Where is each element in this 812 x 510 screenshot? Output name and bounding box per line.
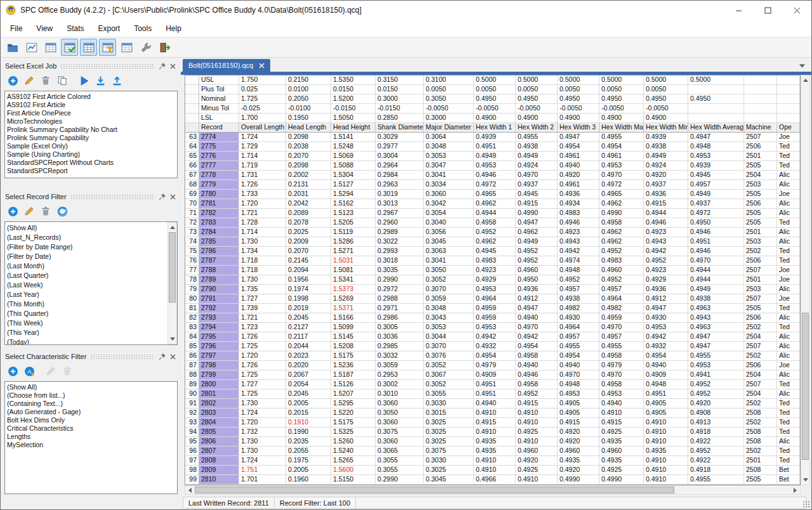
value-cell[interactable]: 0.4930 [558, 313, 599, 323]
value-cell[interactable]: 0.3041 [424, 256, 474, 266]
operator-cell[interactable]: Joe [777, 266, 800, 275]
value-cell[interactable]: 0.4970 [516, 171, 558, 180]
value-cell[interactable]: 1.5236 [331, 361, 376, 370]
value-cell[interactable]: 1.5069 [331, 152, 376, 161]
value-cell[interactable]: 0.4940 [644, 361, 688, 370]
machine-cell[interactable]: 2507 [744, 380, 777, 389]
value-cell[interactable]: 0.4952 [644, 256, 688, 266]
list-item[interactable]: Sample (Using Charting) [7, 150, 175, 159]
value-cell[interactable]: 0.4949 [688, 285, 744, 294]
value-cell[interactable]: 1.5341 [331, 275, 376, 285]
value-cell[interactable]: 0.4974 [558, 256, 599, 266]
value-cell[interactable]: 0.3025 [424, 466, 474, 475]
value-cell[interactable]: 0.4963 [688, 323, 744, 332]
value-cell[interactable]: 0.4940 [474, 399, 516, 409]
value-cell[interactable]: 0.4957 [688, 180, 744, 190]
record-cell[interactable]: 2807 [199, 447, 239, 456]
row-number[interactable]: 75 [185, 247, 199, 256]
value-cell[interactable]: 0.4923 [474, 266, 516, 275]
value-cell[interactable]: 0.3048 [424, 142, 474, 152]
value-cell[interactable]: 0.3025 [424, 418, 474, 428]
value-cell[interactable]: 0.4962 [599, 228, 644, 237]
value-cell[interactable]: 0.4950 [688, 218, 744, 228]
machine-cell[interactable]: 2504 [744, 171, 777, 180]
value-cell[interactable]: 0.2023 [286, 351, 331, 361]
value-cell[interactable]: 0.4979 [599, 361, 644, 370]
record-cell[interactable]: 2808 [199, 456, 239, 466]
row-number[interactable]: 87 [185, 361, 199, 370]
value-cell[interactable]: 1.5141 [331, 133, 376, 142]
value-cell[interactable]: 0.2070 [286, 247, 331, 256]
value-cell[interactable]: 0.2025 [286, 228, 331, 237]
value-cell[interactable]: 0.4915 [516, 199, 558, 209]
machine-cell[interactable]: 2506 [744, 361, 777, 370]
column-header[interactable]: Hex Width 1 [474, 123, 516, 133]
machine-cell[interactable]: 2507 [744, 133, 777, 142]
value-cell[interactable]: 1.5088 [331, 161, 376, 171]
value-cell[interactable]: 0.2045 [286, 389, 331, 399]
value-cell[interactable]: 0.4966 [474, 475, 516, 485]
value-cell[interactable]: 0.4958 [599, 380, 644, 389]
operator-cell[interactable]: Alic [777, 199, 800, 209]
value-cell[interactable]: 0.3030 [424, 456, 474, 466]
close-button[interactable] [782, 1, 811, 20]
record-cell[interactable]: 2796 [199, 342, 239, 351]
value-cell[interactable]: 0.3070 [424, 342, 474, 351]
record-cell[interactable]: 2809 [199, 466, 239, 475]
value-cell[interactable]: 0.4960 [599, 266, 644, 275]
row-number[interactable]: 63 [185, 133, 199, 142]
value-cell[interactable]: 0.4910 [644, 456, 688, 466]
record-cell[interactable]: 2785 [199, 237, 239, 247]
value-cell[interactable]: 1.723 [239, 323, 286, 332]
value-cell[interactable]: 0.3059 [376, 361, 424, 370]
record-cell[interactable]: 2777 [199, 161, 239, 171]
operator-cell[interactable]: Ted [777, 456, 800, 466]
machine-cell[interactable]: 2506 [744, 313, 777, 323]
tab-list-chevron-icon[interactable] [799, 63, 806, 69]
operator-cell[interactable]: Alic [777, 437, 800, 447]
value-cell[interactable]: 0.4958 [516, 351, 558, 361]
record-cell[interactable]: 2783 [199, 218, 239, 228]
value-cell[interactable]: 0.4925 [516, 428, 558, 437]
list-item[interactable]: Critical Characteristics [7, 424, 175, 433]
value-cell[interactable]: 0.4922 [688, 437, 744, 447]
operator-cell[interactable]: Alic [777, 351, 800, 361]
value-cell[interactable]: 0.4953 [599, 161, 644, 171]
value-cell[interactable]: 0.4938 [688, 294, 744, 304]
menu-item-stats[interactable]: Stats [60, 21, 91, 36]
value-cell[interactable]: 0.3002 [376, 380, 424, 389]
row-number[interactable]: 74 [185, 237, 199, 247]
value-cell[interactable]: 0.4936 [558, 190, 599, 199]
value-cell[interactable]: 0.2089 [286, 209, 331, 218]
machine-cell[interactable]: 2502 [744, 399, 777, 409]
value-cell[interactable]: 1.5145 [331, 332, 376, 342]
value-cell[interactable]: 0.2042 [286, 199, 331, 209]
value-cell[interactable]: 0.4970 [688, 256, 744, 266]
value-cell[interactable]: 1.733 [239, 190, 286, 199]
value-cell[interactable]: 0.2067 [286, 370, 331, 380]
machine-cell[interactable]: 2501 [744, 456, 777, 466]
value-cell[interactable]: 0.3052 [424, 361, 474, 370]
column-header[interactable]: Hex Width Min [644, 123, 688, 133]
value-cell[interactable]: 0.2972 [376, 285, 424, 294]
record-cell[interactable]: 2805 [199, 428, 239, 437]
value-cell[interactable]: 0.2055 [286, 447, 331, 456]
edit-job-icon[interactable] [23, 75, 35, 86]
value-cell[interactable]: 0.4941 [688, 370, 744, 380]
value-cell[interactable]: 1.726 [239, 361, 286, 370]
value-cell[interactable]: 0.4953 [474, 323, 516, 332]
value-cell[interactable]: 1.718 [239, 256, 286, 266]
column-header[interactable]: Hex Width 2 [516, 123, 558, 133]
value-cell[interactable]: 1.734 [239, 247, 286, 256]
row-number[interactable]: 96 [185, 447, 199, 456]
value-cell[interactable]: 1.730 [239, 399, 286, 409]
menu-item-file[interactable]: File [3, 21, 29, 36]
value-cell[interactable]: 0.4955 [558, 342, 599, 351]
list-item[interactable]: (Filter by Date Range) [7, 242, 166, 252]
value-cell[interactable]: 1.5099 [331, 323, 376, 332]
value-cell[interactable]: 0.2960 [376, 218, 424, 228]
value-cell[interactable]: 0.4943 [558, 237, 599, 247]
value-cell[interactable]: 0.4990 [599, 475, 644, 485]
row-number[interactable]: 99 [185, 475, 199, 485]
operator-cell[interactable]: Alic [777, 389, 800, 399]
